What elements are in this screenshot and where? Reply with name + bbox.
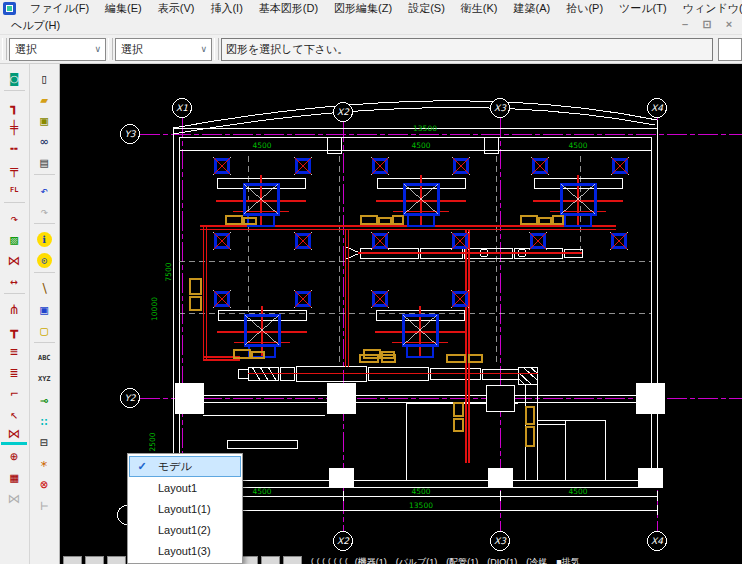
svg-text:X2: X2 [337,107,350,117]
open-file-button[interactable]: ▰ [31,89,57,109]
menu-item-7[interactable]: 衛生(K) [453,0,506,17]
key-tool-icon: ⊸ [40,393,48,408]
line-style-tool-icon: ⊟ [40,435,48,450]
find-drawing-button[interactable]: ∞ [31,131,57,151]
menu-item-0[interactable]: ファイル(F) [22,0,97,17]
open-file-icon: ▰ [40,92,48,107]
restore-button[interactable]: ⊡ [696,17,718,33]
range-frame-tool-button[interactable]: ▢ [31,320,57,340]
sheet-tab-stub[interactable] [85,556,104,564]
chevron-down-icon: ∨ [94,44,101,54]
new-file-button[interactable]: ▯ [31,68,57,88]
clean-tool-button[interactable]: ∖ [31,278,57,298]
pipe-3d-tool-button[interactable]: ▦ [1,467,27,487]
menu-item-6[interactable]: 設定(S) [400,0,453,17]
toolbar-grip[interactable] [108,38,113,60]
zoom-info-button[interactable]: ⊙ [31,250,57,270]
sheet-tab-stub[interactable] [63,556,82,564]
menu-item-help-0[interactable]: ヘルプ(H) [3,17,68,34]
sheet-tab-slants: ((((((( [311,556,351,564]
pump-symbol-tool-button[interactable]: ⊕ [1,446,27,466]
menu-item-10[interactable]: ツール(T) [611,0,675,17]
range-select-tool-button[interactable]: ∷ [31,411,57,431]
element-info-button[interactable]: ℹ [31,229,57,249]
pipe-branch-tool-button[interactable]: ⋔ [1,299,27,319]
svg-text:4500: 4500 [411,487,430,496]
coordinate-field[interactable] [718,38,742,61]
line-style-tool-button[interactable]: ⊟ [31,432,57,452]
spec-text-tool-button[interactable]: ABC [31,348,57,368]
pipe-stretch-tool-button[interactable]: ↔ [1,271,27,291]
building-outline [173,101,657,515]
spec-text-tool-icon: ABC [38,354,51,362]
clean-tool-icon: ∖ [40,281,48,296]
structural-columns [175,383,664,487]
pipe-riser-tool-button[interactable]: ╪ [1,117,27,137]
sheet-tab-labels[interactable]: (機器(1) (バルブ(1) (配管(1) (DIO(1) (冷媒 ■排気 [355,556,580,564]
layout-menu-item-2[interactable]: Layout1(1) [129,498,241,519]
layout-menu-item-label: Layout1 [154,482,197,494]
print-button[interactable]: ▤ [31,152,57,172]
layout-menu-item-label: モデル [154,459,192,474]
sub-select-combo[interactable]: 選択 ∨ [115,38,212,61]
toolbar-grip[interactable] [2,38,7,60]
fitting-symbol-tool-button[interactable]: ◙ [1,68,27,88]
menu-item-1[interactable]: 編集(E) [97,0,150,17]
toolbar-separator [34,223,55,227]
prompt-message-text: 図形を選択して下さい。 [226,42,348,57]
menu-item-9[interactable]: 拾い(P) [558,0,611,17]
duct-hatch-tool-button[interactable]: ▨ [1,229,27,249]
layout-menu-item-4[interactable]: Layout1(3) [129,540,241,561]
pipe-fl-level-tool-button[interactable]: FL [1,180,27,200]
coord-text-tool-button[interactable]: XYZ [31,369,57,389]
svg-text:10000: 10000 [150,297,159,321]
menu-item-2[interactable]: 表示(V) [150,0,203,17]
layout-menu-item-0[interactable]: ✓モデル [129,456,241,477]
window-controls: – ⊡ × [674,17,740,33]
menu-item-3[interactable]: 挿入(I) [202,0,250,17]
pipe-elbow-tool-button[interactable]: ┓ [1,96,27,116]
pipe-multi-tool-button[interactable]: ≣ [1,362,27,382]
menu-row1: ファイル(F)編集(E)表示(V)挿入(I)基本図形(D)図形編集(Z)設定(S… [22,0,742,17]
sheet-tab-stub[interactable] [261,556,280,564]
menu-item-11[interactable]: ウィンドウ(W) [675,0,742,17]
layout-menu-item-3[interactable]: Layout1(2) [129,519,241,540]
pipe-tee-tool-icon: ╤ [10,162,18,177]
pipe-curve-tool-button[interactable]: ↷ [1,208,27,228]
pipe-tee-tool-button[interactable]: ╤ [1,159,27,179]
layout-menu-item-1[interactable]: Layout1 [129,477,241,498]
hide-parts-tool-button[interactable]: ⊗ [31,474,57,494]
pipe-draw-tool-button[interactable]: ⌐ [1,383,27,403]
minimize-button[interactable]: – [674,17,696,33]
save-file-button[interactable]: ▣ [31,110,57,130]
valve-pair-tool-button[interactable]: ⋈ [1,425,27,445]
sheet-tab-stub[interactable] [107,556,126,564]
menu-item-8[interactable]: 建築(A) [505,0,558,17]
app-icon[interactable] [3,2,16,15]
undo-button[interactable]: ↶ [31,180,57,200]
svg-text:X4: X4 [651,103,663,113]
svg-text:13500: 13500 [413,124,437,133]
menu-item-4[interactable]: 基本図形(D) [251,0,326,17]
toolbar-grip[interactable] [214,38,219,60]
redo-icon: ↷ [40,204,48,219]
redo-button[interactable]: ↷ [31,201,57,221]
sheet-tab-stub[interactable] [283,556,302,564]
tool-column-2: ▯▰▣∞▤↶↷ℹ⊙∖▣▢ABCXYZ⊸∷⊟∗⊗⊢ [30,64,59,564]
menu-item-5[interactable]: 図形編集(Z) [326,0,400,17]
mode-select-combo[interactable]: 選択 ∨ [9,38,106,61]
pipe-dashed-tool-button[interactable]: ╍ [1,138,27,158]
svg-text:13500: 13500 [409,501,433,510]
close-button[interactable]: × [718,17,740,33]
pipe-edit-tool-button[interactable]: ≡ [1,341,27,361]
pipe-tee-arrow-tool-button[interactable]: ┳ [1,320,27,340]
valve-insert-tool-button[interactable]: ⋈ [1,250,27,270]
toolbar-separator [4,293,25,297]
svg-text:X3: X3 [494,536,507,546]
valve-disabled-tool-button[interactable]: ⋈ [1,488,27,508]
layer-dialog-button[interactable]: ▣ [31,299,57,319]
key-tool-button[interactable]: ⊸ [31,390,57,410]
measure-disabled-tool-button[interactable]: ⊢ [31,495,57,515]
pipe-select-tool-button[interactable]: ↖ [1,404,27,424]
settings-parts-tool-button[interactable]: ∗ [31,453,57,473]
